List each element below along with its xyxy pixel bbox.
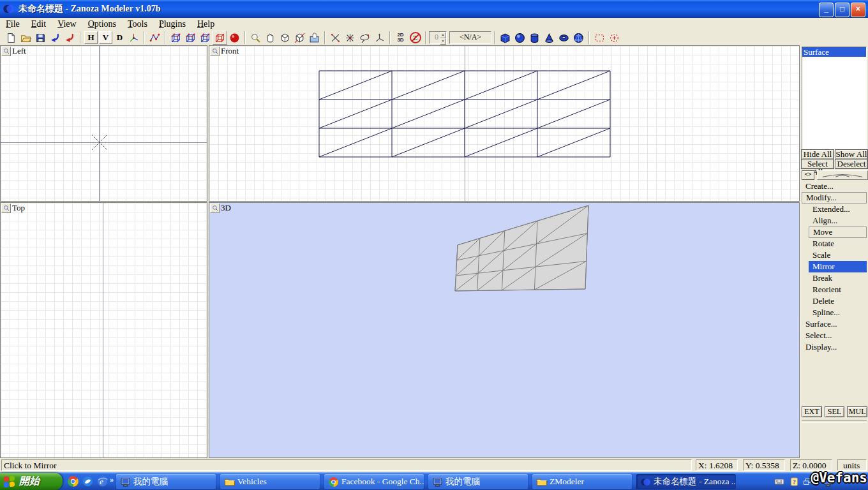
- create-geosphere-icon[interactable]: [571, 31, 586, 45]
- surface-listbox[interactable]: Surface: [802, 47, 867, 149]
- import-arrow-icon[interactable]: [48, 31, 63, 45]
- status-y-coordinate: Y: 0.5358: [743, 459, 785, 471]
- sidebar-command-break[interactable]: Break: [809, 272, 867, 284]
- detach-icon[interactable]: [328, 31, 343, 45]
- viewport-maximize-button[interactable]: [210, 204, 220, 213]
- 2d-3d-toggle-icon[interactable]: 2D3D: [393, 31, 408, 45]
- swap-button[interactable]: <>: [802, 170, 814, 180]
- toolbar-separator: [244, 31, 246, 44]
- toolbar-separator: [425, 31, 426, 44]
- wire-cube-vertices-icon[interactable]: [168, 31, 183, 45]
- close-button[interactable]: ×: [851, 3, 865, 17]
- taskbar-task-4[interactable]: ZModeler: [532, 474, 632, 489]
- taskbar-task-3[interactable]: 我的電腦: [428, 474, 528, 489]
- rect-select-icon[interactable]: [592, 31, 607, 45]
- quantity-stepper[interactable]: 0 ▲▼: [429, 31, 447, 44]
- sidebar-command-create[interactable]: Create...: [802, 181, 867, 192]
- list-item-surface[interactable]: Surface: [802, 47, 866, 57]
- material-selector-dropdown[interactable]: <N/A>: [449, 31, 491, 44]
- menu-edit[interactable]: Edit: [26, 19, 52, 29]
- taskbar-task-0[interactable]: 我的電腦: [116, 474, 216, 489]
- help-icon[interactable]: [789, 477, 799, 487]
- menu-view[interactable]: View: [52, 19, 82, 29]
- sidebar-command-spline[interactable]: Spline...: [809, 307, 867, 318]
- messenger-icon[interactable]: [82, 475, 94, 487]
- ie-icon[interactable]: [96, 475, 108, 487]
- view-image-icon[interactable]: [307, 31, 322, 45]
- menu-options[interactable]: Options: [82, 19, 122, 29]
- menu-plugins[interactable]: Plugins: [153, 19, 191, 29]
- mul-mode-button[interactable]: MUL: [847, 406, 867, 417]
- sidebar-command-surface[interactable]: Surface...: [802, 318, 867, 330]
- sidebar-command-move[interactable]: Move: [809, 226, 867, 238]
- create-box-icon[interactable]: [498, 31, 513, 45]
- quick-launch-overflow-chevron[interactable]: »: [110, 476, 114, 484]
- toggle-d-button[interactable]: D: [113, 33, 126, 43]
- minimize-button[interactable]: _: [819, 3, 834, 17]
- edit-vertices-icon[interactable]: [147, 31, 162, 45]
- viewport-3d[interactable]: 3D: [209, 202, 800, 458]
- weld-icon[interactable]: [343, 31, 357, 45]
- deselect-button[interactable]: Deselect: [835, 159, 868, 169]
- axes-icon[interactable]: [126, 31, 141, 45]
- no-z-icon[interactable]: Z: [408, 31, 423, 45]
- open-file-icon[interactable]: [19, 31, 33, 45]
- menu-file[interactable]: File: [0, 19, 26, 29]
- sidebar-command-select[interactable]: Select...: [802, 330, 867, 341]
- viewport-maximize-button[interactable]: [1, 47, 11, 56]
- circle-select-icon[interactable]: [607, 31, 622, 45]
- collapse-panel-button[interactable]: [817, 170, 868, 180]
- sidebar-command-extended[interactable]: Extended...: [809, 204, 867, 215]
- export-arrow-icon[interactable]: [63, 31, 77, 45]
- wire-cube-objects-icon[interactable]: [213, 31, 227, 45]
- chrome-icon[interactable]: [67, 475, 79, 487]
- status-z-coordinate: Z: 0.0000: [790, 459, 832, 471]
- toggle-h-button[interactable]: H: [84, 31, 98, 44]
- wire-cube-faces-icon[interactable]: [198, 31, 213, 45]
- local-axes-icon[interactable]: [372, 31, 387, 45]
- sel-mode-button[interactable]: SEL: [825, 406, 845, 417]
- select-view-icon[interactable]: [292, 31, 307, 45]
- save-file-icon[interactable]: [33, 31, 48, 45]
- material-sphere-icon[interactable]: [227, 31, 242, 45]
- title-bar: 未命名標題 - Zanoza Modeler v1.07b _ □ ×: [0, 0, 868, 18]
- toggle-v-button[interactable]: V: [99, 31, 112, 44]
- sidebar-command-modify[interactable]: Modify...: [802, 192, 867, 204]
- create-cylinder-icon[interactable]: [527, 31, 542, 45]
- stepper-down-icon[interactable]: ▼: [440, 38, 446, 45]
- viewport-maximize-button[interactable]: [210, 47, 220, 56]
- menu-tools[interactable]: Tools: [122, 19, 153, 29]
- create-torus-icon[interactable]: [557, 31, 571, 45]
- taskbar-task-1[interactable]: Vehicles: [220, 474, 320, 489]
- sidebar-command-mirror[interactable]: Mirror: [809, 261, 867, 272]
- viewport-front[interactable]: Front: [209, 45, 800, 202]
- keyboard-icon[interactable]: [773, 477, 786, 487]
- sidebar-command-align[interactable]: Align...: [809, 215, 867, 226]
- taskbar-task-2[interactable]: Facebook - Google Ch...: [324, 474, 424, 489]
- lasso-select-icon[interactable]: [357, 31, 372, 45]
- sidebar-command-reorient[interactable]: Reorient: [809, 284, 867, 295]
- zoom-icon[interactable]: [248, 31, 263, 45]
- start-button[interactable]: 開始: [0, 473, 63, 490]
- create-sphere-icon[interactable]: [513, 31, 527, 45]
- rotate-view-icon[interactable]: [278, 31, 292, 45]
- maximize-button[interactable]: □: [835, 3, 849, 17]
- hide-all-button[interactable]: Hide All: [801, 149, 834, 160]
- sidebar-command-display[interactable]: Display...: [802, 341, 867, 353]
- pan-icon[interactable]: [263, 31, 278, 45]
- sidebar-command-rotate[interactable]: Rotate: [809, 238, 867, 249]
- create-cone-icon[interactable]: [542, 31, 557, 45]
- sidebar-command-delete[interactable]: Delete: [809, 295, 867, 307]
- new-file-icon[interactable]: [4, 31, 19, 45]
- ext-mode-button[interactable]: EXT: [802, 406, 822, 417]
- menu-help[interactable]: Help: [191, 19, 220, 29]
- viewport-left[interactable]: Left: [0, 45, 207, 202]
- show-all-button[interactable]: Show All: [835, 149, 868, 160]
- sidebar-command-scale[interactable]: Scale: [809, 249, 867, 261]
- viewport-maximize-button[interactable]: [1, 204, 11, 213]
- viewport-top[interactable]: Top: [0, 202, 207, 458]
- stepper-up-icon[interactable]: ▲: [440, 32, 446, 38]
- select-all-button[interactable]: Select All: [801, 159, 834, 169]
- wire-cube-edges-icon[interactable]: [183, 31, 198, 45]
- taskbar-task-5[interactable]: 未命名標題 - Zanoza ...: [636, 474, 736, 489]
